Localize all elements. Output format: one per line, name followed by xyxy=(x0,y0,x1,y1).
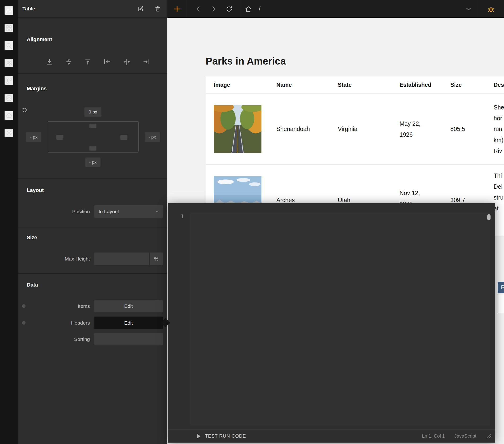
chevron-down-icon xyxy=(155,209,160,214)
svg-text:f: f xyxy=(8,114,9,117)
sorting-label: Sorting xyxy=(18,333,90,345)
align-bottom-icon[interactable] xyxy=(44,56,54,67)
cursor-position: Ln 1, Col 1 xyxy=(422,433,445,439)
align-top-icon[interactable] xyxy=(83,56,93,67)
section-divider xyxy=(18,273,167,274)
language-label: JavaScript xyxy=(454,433,476,439)
preview-toolbar: / xyxy=(167,0,504,18)
url-path[interactable]: / xyxy=(254,0,265,18)
column-header-name: Name xyxy=(276,76,292,94)
play-icon[interactable] xyxy=(197,434,201,438)
align-vertical-center-icon[interactable] xyxy=(64,56,74,67)
align-right-icon[interactable] xyxy=(141,56,152,67)
margin-left-value[interactable]: - px xyxy=(26,132,41,142)
position-dropdown[interactable]: In Layout xyxy=(94,205,163,218)
column-header-state: State xyxy=(338,76,352,94)
items-label: Items xyxy=(18,300,90,312)
margin-top-value[interactable]: 0 px xyxy=(84,107,101,117)
delete-node-icon[interactable] xyxy=(154,5,161,12)
align-horizontal-center-icon[interactable] xyxy=(122,56,132,67)
size-section-label: Size xyxy=(27,235,37,241)
cell-name: Shenandoah xyxy=(276,94,310,164)
debug-bug-icon[interactable] xyxy=(482,0,500,18)
headers-label: Headers xyxy=(18,316,90,329)
cell-established: May 22, 1926 xyxy=(399,118,421,140)
cloud-functions-icon[interactable]: f xyxy=(4,111,13,120)
section-divider xyxy=(18,227,167,227)
clipped-popup-box xyxy=(498,294,504,313)
alignment-section-label: Alignment xyxy=(27,37,52,43)
cell-state: Virginia xyxy=(338,94,358,164)
sorting-input[interactable] xyxy=(94,333,163,345)
code-editor-popover: 1 TEST RUN CODE Ln 1, Col 1 JavaScript xyxy=(168,203,495,442)
margin-handle-top[interactable] xyxy=(89,124,96,128)
max-height-unit[interactable]: % xyxy=(150,253,163,265)
editor-statusbar: TEST RUN CODE Ln 1, Col 1 JavaScript xyxy=(168,429,495,443)
code-editor-surface[interactable] xyxy=(190,212,490,425)
position-label: Position xyxy=(18,205,90,218)
inspector-header: Table xyxy=(18,0,167,18)
cell-size: 805.5 xyxy=(450,94,465,164)
table-row: Shenandoah Virginia May 22, 1926 805.5 S… xyxy=(206,94,504,165)
clipped-blue-chip[interactable]: Pa xyxy=(498,282,504,293)
app-logo-icon[interactable] xyxy=(4,6,13,15)
components-grid-icon[interactable] xyxy=(4,24,13,32)
section-divider xyxy=(18,179,167,179)
margin-right-value[interactable]: - px xyxy=(145,132,160,142)
app-root: f Table Alignment xyxy=(0,0,504,444)
inspector-panel: Table Alignment xyxy=(18,0,167,444)
column-header-description: Des xyxy=(494,76,504,94)
cell-description-clipped: Thi Del stru at xyxy=(494,170,504,214)
editor-scrollbar-thumb[interactable] xyxy=(487,214,490,220)
data-section-label: Data xyxy=(27,282,38,288)
nav-back-icon[interactable] xyxy=(192,0,206,18)
test-run-code-button[interactable]: TEST RUN CODE xyxy=(205,433,246,439)
settings-gear-icon[interactable] xyxy=(4,129,13,137)
margins-section-label: Margins xyxy=(27,86,47,92)
align-left-icon[interactable] xyxy=(102,56,112,67)
toolbar-divider xyxy=(241,0,241,18)
nav-forward-icon[interactable] xyxy=(206,0,220,18)
refresh-icon[interactable] xyxy=(221,0,236,18)
layout-section-label: Layout xyxy=(27,187,44,193)
database-icon[interactable] xyxy=(4,94,13,102)
margin-handle-right[interactable] xyxy=(120,135,127,140)
version-control-icon[interactable] xyxy=(4,76,13,85)
line-number: 1 xyxy=(178,214,187,219)
max-height-label: Max Height xyxy=(18,253,90,265)
margin-bottom-value[interactable]: - px xyxy=(85,157,100,167)
search-icon[interactable] xyxy=(4,41,13,50)
margin-handle-bottom[interactable] xyxy=(89,146,96,151)
max-height-input[interactable] xyxy=(94,253,149,265)
column-header-image: Image xyxy=(214,76,230,94)
add-node-plus-icon[interactable] xyxy=(167,0,187,18)
section-divider xyxy=(18,73,167,74)
page-title: Parks in America xyxy=(206,56,286,67)
headers-edit-button[interactable]: Edit xyxy=(94,316,163,329)
left-rail: f xyxy=(0,0,18,444)
items-edit-button[interactable]: Edit xyxy=(94,300,163,312)
table-header-row: Image Name State Established Size Des xyxy=(206,76,504,94)
toolbar-divider xyxy=(187,0,187,18)
park-photo-shenandoah xyxy=(214,105,261,153)
margin-handle-left[interactable] xyxy=(56,135,63,140)
rename-node-icon[interactable] xyxy=(137,5,144,12)
resize-handle-icon[interactable] xyxy=(486,433,491,439)
collaborators-icon[interactable] xyxy=(4,59,13,67)
cell-description-clipped: She hor run km) Riv xyxy=(494,102,504,156)
column-header-size: Size xyxy=(450,76,462,94)
column-header-established: Established xyxy=(399,76,432,94)
position-dropdown-value: In Layout xyxy=(99,209,119,214)
home-icon[interactable] xyxy=(243,0,254,18)
chevron-down-icon[interactable] xyxy=(463,0,474,18)
reset-margins-icon[interactable] xyxy=(20,106,28,114)
inspector-title: Table xyxy=(22,6,35,12)
